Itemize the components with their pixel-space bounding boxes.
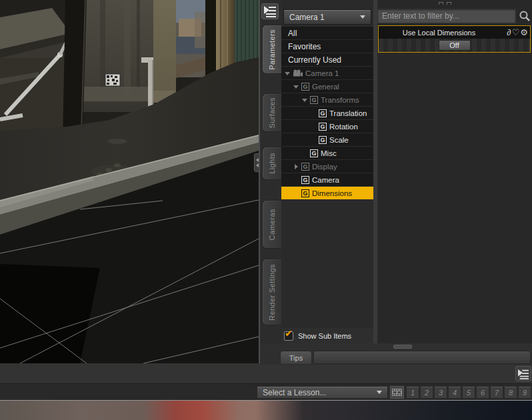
3d-viewport[interactable] — [0, 0, 260, 363]
row-label: Rotation — [329, 123, 358, 131]
group-icon: G — [301, 163, 309, 171]
row-label: General — [312, 83, 339, 91]
group-icon: G — [310, 149, 318, 157]
tree-item-scale[interactable]: GScale — [281, 133, 373, 146]
group-icon: G — [301, 176, 309, 184]
pane-tab-strip: ParametersSurfacesLightsCamerasRender Se… — [260, 0, 281, 350]
expander-spacer — [301, 149, 310, 157]
row-label: Camera 1 — [305, 69, 339, 77]
parameter-group-tree: AllFavoritesCurrently UsedCamera 1GGener… — [281, 27, 373, 200]
tab-label: Cameras — [268, 209, 276, 240]
tab-label: Parameters — [268, 29, 276, 70]
tree-item-dimensions[interactable]: GDimensions — [281, 187, 373, 199]
row-label: Currently Used — [288, 55, 341, 65]
splitter-grip[interactable] — [393, 345, 412, 349]
search-button[interactable] — [519, 10, 531, 22]
lesson-toolbar: Select a Lesson... 123456789 — [0, 383, 532, 400]
sidebar-tab-parameters[interactable]: Parameters — [262, 25, 281, 74]
lesson-number-2[interactable]: 2 — [420, 386, 433, 399]
daz-studio-screen: ParametersSurfacesLightsCamerasRender Se… — [0, 0, 532, 420]
tree-item-general[interactable]: GGeneral — [281, 80, 373, 93]
quick-filter-all[interactable]: All — [281, 27, 373, 39]
row-label: Display — [312, 163, 337, 171]
tips-tab[interactable]: Tips — [280, 351, 312, 365]
parameters-tree-pane: Camera 1 AllFavoritesCurrently UsedCamer… — [281, 0, 373, 350]
gear-icon[interactable]: ⚙ — [520, 28, 528, 37]
panel-menu-button[interactable] — [515, 366, 531, 381]
property-header: Use Local Dimensions ∂ ♡ ⚙ — [379, 26, 530, 39]
expander-down-icon[interactable] — [284, 69, 293, 77]
row-label: Translation — [329, 109, 367, 117]
property-use-local-dimensions: Use Local Dimensions ∂ ♡ ⚙ Off — [378, 25, 531, 53]
lesson-selector-value: Select a Lesson... — [263, 388, 377, 397]
favorite-heart-icon[interactable]: ♡ — [512, 28, 520, 37]
quick-filter-currently-used[interactable]: Currently Used — [281, 53, 373, 66]
tree-item-display[interactable]: GDisplay — [281, 160, 373, 173]
tree-item-camera-1[interactable]: Camera 1 — [281, 67, 373, 79]
group-icon: G — [301, 83, 309, 91]
panel-menu-icon — [517, 369, 529, 379]
property-header-icons: ∂ ♡ ⚙ — [507, 26, 528, 39]
group-icon: G — [319, 123, 327, 131]
group-icon: G — [319, 136, 327, 144]
bottom-tab-row: Tips — [260, 350, 532, 365]
toggle-off-button[interactable]: Off — [439, 40, 471, 51]
lesson-number-3[interactable]: 3 — [434, 386, 447, 399]
row-label: Misc — [321, 149, 337, 157]
expander-down-icon[interactable] — [293, 82, 301, 91]
show-sub-items-row: ✔ Show Sub Items — [281, 328, 373, 344]
play-lesson-button[interactable] — [390, 386, 404, 399]
property-toggle-track[interactable]: Off — [379, 39, 530, 52]
expander-down-icon[interactable] — [301, 95, 310, 104]
tab-label: Render Settings — [268, 264, 276, 321]
quick-filter-favorites[interactable]: Favorites — [281, 40, 373, 53]
expander-spacer — [310, 109, 319, 117]
lesson-selector-dropdown[interactable]: Select a Lesson... — [257, 386, 388, 399]
lesson-number-1[interactable]: 1 — [406, 386, 419, 399]
lesson-number-9[interactable]: 9 — [518, 386, 531, 399]
street-scene-render — [0, 0, 259, 363]
collapse-left-icon — [254, 163, 259, 167]
lesson-number-4[interactable]: 4 — [448, 386, 461, 399]
lesson-number-7[interactable]: 7 — [490, 386, 503, 399]
row-label: Dimensions — [312, 189, 352, 197]
filter-input[interactable] — [377, 9, 516, 23]
tree-item-camera[interactable]: GCamera — [281, 173, 373, 186]
node-selector-dropdown[interactable]: Camera 1 — [283, 9, 371, 25]
sidebar-tab-lights[interactable]: Lights — [262, 147, 281, 180]
expander-spacer — [293, 175, 301, 184]
tree-item-transforms[interactable]: GTransforms — [281, 93, 373, 106]
empty-tab-strip — [313, 351, 531, 364]
lesson-number-6[interactable]: 6 — [476, 386, 489, 399]
tree-item-rotation[interactable]: GRotation — [281, 120, 373, 133]
chevron-down-icon — [360, 15, 365, 21]
collapse-left-icon — [254, 158, 259, 162]
tree-item-translation[interactable]: GTranslation — [281, 107, 373, 119]
expander-right-icon[interactable] — [293, 162, 301, 171]
lesson-number-5[interactable]: 5 — [462, 386, 475, 399]
tab-label: Lights — [268, 153, 276, 174]
panel-menu-button[interactable] — [261, 3, 279, 19]
show-sub-items-checkbox[interactable]: ✔ — [284, 331, 293, 341]
checkmark-icon: ✔ — [285, 328, 293, 339]
bottom-strip — [260, 365, 532, 383]
tree-item-misc[interactable]: GMisc — [281, 147, 373, 159]
expander-spacer — [293, 189, 301, 197]
row-label: Favorites — [288, 42, 321, 51]
row-label: Camera — [312, 176, 339, 184]
lesson-number-8[interactable]: 8 — [504, 386, 517, 399]
bottom-strip — [0, 363, 260, 383]
group-icon: G — [301, 189, 309, 197]
horizontal-splitter[interactable] — [260, 343, 532, 350]
sidebar-tab-surfaces[interactable]: Surfaces — [262, 93, 281, 132]
group-icon: G — [310, 96, 318, 104]
node-selector-value: Camera 1 — [289, 13, 360, 22]
sidebar-tab-render-settings[interactable]: Render Settings — [262, 259, 281, 325]
parameters-property-pane: Use Local Dimensions ∂ ♡ ⚙ Off — [377, 0, 532, 343]
sidebar-tab-cameras[interactable]: Cameras — [262, 200, 281, 249]
tab-label: Surfaces — [268, 97, 276, 129]
pane-collapse-handle[interactable] — [254, 153, 260, 172]
search-icon — [519, 10, 531, 22]
link-icon[interactable]: ∂ — [507, 28, 511, 37]
expander-spacer — [310, 135, 319, 144]
